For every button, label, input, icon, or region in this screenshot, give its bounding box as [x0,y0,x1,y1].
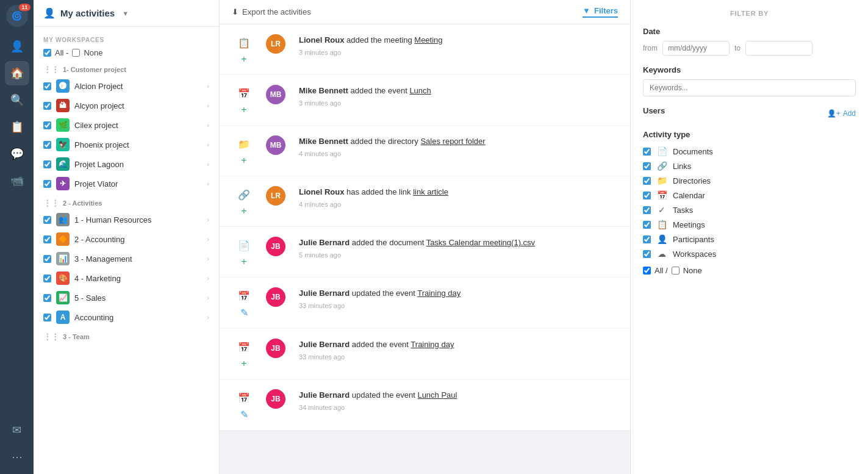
marketing-icon: 🎨 [56,271,70,285]
activity-text-5: Julie Bernard added the document Tasks C… [299,237,535,249]
item-link-4[interactable]: link article [413,187,448,196]
date-to-input[interactable]: 01/19/2018 [745,41,812,56]
item-link-6[interactable]: Training day [417,289,461,298]
avatar-lionel-4: LR [266,186,285,206]
sidebar-item-alcyon[interactable]: 🏔 Alcyon project › [34,96,219,115]
activity-item-5: 📄 + JB Julie Bernard added the document … [220,227,630,278]
management-label: 3 - Management [74,254,202,264]
export-button[interactable]: ⬇ Export the activities [232,7,311,16]
sidebar-item-accounting[interactable]: 🔶 2 - Accounting › [34,229,219,249]
sales-checkbox[interactable] [43,294,51,302]
sidebar-item-hr[interactable]: 👥 1 - Human Resources › [34,210,219,229]
activity-icon-col-3: 📁 + [232,135,256,166]
sidebar-item-alcion[interactable]: 🅐 Alcion Project › [34,76,219,96]
alcyon-checkbox[interactable] [43,102,51,110]
sales-chevron: › [207,294,209,301]
directories-checkbox[interactable] [643,177,651,185]
lagoon-checkbox[interactable] [43,160,51,168]
calendar-checkbox[interactable] [643,192,651,199]
filters-button[interactable]: ▼ Filters [583,6,618,18]
filter-icon: ▼ [583,6,590,15]
alcyon-icon: 🏔 [56,99,70,112]
drag2-icon: ⋮⋮ [43,198,59,207]
logo-icon: 🌀 [12,11,22,21]
management-checkbox[interactable] [43,255,51,263]
group1-text: 1- Customer project [63,66,126,73]
item-link-7[interactable]: Training day [411,340,454,349]
documents-checkbox[interactable] [643,148,651,156]
sidebar-item-marketing[interactable]: 🎨 4 - Marketing › [34,268,219,288]
item-link-8[interactable]: Lunch Paul [417,390,457,400]
accounting-checkbox[interactable] [43,235,51,243]
user-7: Julie Bernard [299,340,350,349]
all-checkbox[interactable] [43,49,51,57]
activity-item-8: 📅 ✎ JB Julie Bernard updated the event L… [220,379,630,431]
chevron-down-icon: ▼ [122,10,129,17]
nav-search[interactable]: 🔍 [5,88,29,112]
lagoon-label: Projet Lagoon [74,160,202,169]
nav-mail[interactable]: ✉ [5,418,29,442]
activity-item-7: 📅 + JB Julie Bernard added the event Tra… [220,329,630,379]
sidebar-item-lagoon[interactable]: 🌊 Projet Lagoon › [34,154,219,174]
nav-home[interactable]: 🏠 [5,61,29,85]
tasks-checkbox[interactable] [643,206,651,214]
participants-checkbox[interactable] [643,235,651,243]
all-none-toggle[interactable]: All - None [34,46,219,60]
sidebar-item-phoenix[interactable]: 🦅 Phoenix project › [34,135,219,154]
activity-body-7: Julie Bernard added the event Training d… [299,339,454,361]
date-from-input[interactable] [662,41,730,56]
nav-user[interactable]: 👤 [5,34,29,59]
workspaces-icon: ☁ [656,249,668,259]
nav-chat[interactable]: 💬 [5,142,29,166]
activity-time-3: 4 minutes ago [299,150,486,157]
workspaces-checkbox[interactable] [643,250,651,258]
accounting2-checkbox[interactable] [43,314,51,321]
keywords-input[interactable] [643,79,856,96]
item-link-5[interactable]: Tasks Calendar meeting(1).csv [426,238,535,247]
cilex-checkbox[interactable] [43,121,51,129]
nav-video[interactable]: 📹 [5,168,29,193]
cilex-label: Cilex project [74,121,202,130]
nav-more[interactable]: ⋯ [5,445,29,469]
from-label: from [643,44,658,52]
phoenix-label: Phoenix project [74,140,202,149]
nav-board[interactable]: 📋 [5,115,29,139]
sidebar-item-accounting2[interactable]: A Accounting › [34,307,219,327]
item-link-3[interactable]: Sales report folder [420,137,485,146]
type-all-checkbox[interactable] [643,267,651,275]
item-link-2[interactable]: Lunch [409,86,431,95]
app-logo[interactable]: 🌀 11 [6,5,28,27]
activity-body-6: Julie Bernard updated the event Training… [299,287,461,309]
marketing-checkbox[interactable] [43,275,51,282]
management-chevron: › [207,255,209,262]
sidebar-item-sales[interactable]: 📈 5 - Sales › [34,288,219,307]
none-checkbox[interactable] [72,49,80,57]
documents-icon: 📄 [656,146,668,156]
item-link-1[interactable]: Meeting [414,35,442,45]
links-checkbox[interactable] [643,162,651,170]
type-none-checkbox[interactable] [672,267,680,275]
sidebar-item-viator[interactable]: ✈ Projet Viator › [34,174,219,193]
phoenix-checkbox[interactable] [43,141,51,149]
date-label: Date [643,27,856,36]
alcion-checkbox[interactable] [43,82,51,90]
sidebar-header[interactable]: 👤 My activities ▼ [34,0,219,27]
hr-checkbox[interactable] [43,216,51,224]
add-action-icon-3: + [241,155,246,166]
marketing-chevron: › [207,275,209,282]
type-calendar: 📅 Calendar [643,188,856,203]
keywords-section: Keywords [643,65,856,96]
add-user-button[interactable]: 👤+ Add [827,109,856,118]
links-icon: 🔗 [656,161,668,171]
accounting-label: 2 - Accounting [74,235,202,244]
sidebar-item-management[interactable]: 📊 3 - Management › [34,249,219,268]
viator-checkbox[interactable] [43,180,51,188]
lagoon-chevron: › [207,160,209,168]
user-4: Lionel Roux [299,187,344,196]
sales-label: 5 - Sales [74,293,202,303]
accounting-chevron: › [207,235,209,243]
activity-list: 📋 + LR Lionel Roux added the meeting Mee… [220,24,630,474]
sidebar-item-cilex[interactable]: 🌿 Cilex project › [34,115,219,135]
meetings-checkbox[interactable] [643,221,651,229]
sales-icon: 📈 [56,291,70,304]
